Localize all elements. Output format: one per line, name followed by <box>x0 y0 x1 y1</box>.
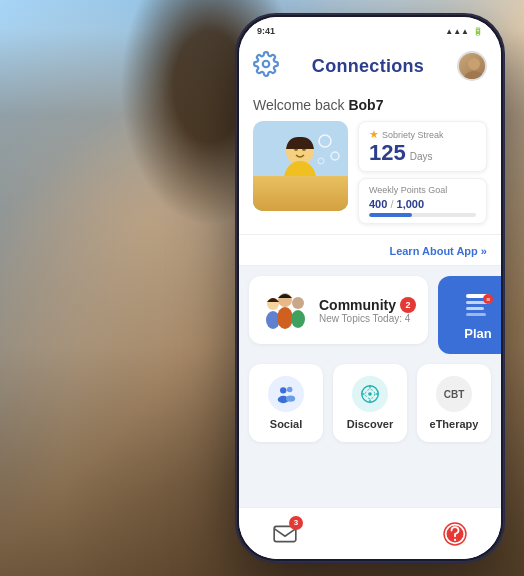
svg-point-0 <box>263 61 270 68</box>
plan-label: Plan <box>464 326 491 341</box>
svg-point-38 <box>454 538 456 540</box>
etherapy-label: eTherapy <box>430 418 479 430</box>
phone-frame: 9:41 ▲▲▲ 🔋 Connections <box>236 14 504 562</box>
svg-rect-21 <box>466 313 486 316</box>
svg-rect-4 <box>253 186 348 211</box>
welcome-text: Welcome back Bob7 <box>253 97 487 113</box>
svg-point-17 <box>291 310 305 328</box>
svg-point-16 <box>292 297 304 309</box>
welcome-row: ★ Sobriety Streak 125 Days Weekly Points… <box>253 121 487 224</box>
etherapy-icon-circle: CBT <box>436 376 472 412</box>
mail-button[interactable]: 3 <box>267 516 303 552</box>
profile-image <box>253 121 348 211</box>
community-info: Community 2 New Topics Today: 4 <box>319 297 416 324</box>
svg-point-1 <box>468 58 480 70</box>
svg-text:≡: ≡ <box>486 296 490 303</box>
svg-point-15 <box>277 307 293 329</box>
discover-label: Discover <box>347 418 393 430</box>
streak-card: ★ Sobriety Streak 125 Days <box>358 121 487 172</box>
welcome-section: Welcome back Bob7 <box>239 89 501 235</box>
progress-bar <box>369 213 476 217</box>
etherapy-button[interactable]: CBT eTherapy <box>417 364 491 442</box>
discover-button[interactable]: Discover <box>333 364 407 442</box>
grid-buttons-row: Social <box>249 364 491 442</box>
learn-link-row: Learn About App <box>239 235 501 266</box>
mail-badge: 3 <box>289 516 303 530</box>
status-time: 9:41 <box>257 26 275 36</box>
social-icon <box>275 383 297 405</box>
svg-point-6 <box>284 161 316 197</box>
help-icon <box>441 520 469 548</box>
cbt-text: CBT <box>444 389 465 400</box>
svg-point-24 <box>280 387 286 393</box>
community-illustration <box>261 286 309 334</box>
social-button[interactable]: Social <box>249 364 323 442</box>
user-avatar[interactable] <box>457 51 487 81</box>
community-badge: 2 <box>400 297 416 313</box>
community-title: Community 2 <box>319 297 416 313</box>
bottom-bar: 3 <box>239 507 501 559</box>
screen-content: Connections Welcome back Bob7 <box>239 45 501 559</box>
app-title: Connections <box>312 56 424 77</box>
help-button[interactable] <box>437 516 473 552</box>
svg-rect-20 <box>466 307 484 310</box>
discover-icon-circle <box>352 376 388 412</box>
plan-icon: ≡ <box>462 290 494 322</box>
status-bar: 9:41 ▲▲▲ 🔋 <box>239 17 501 45</box>
points-label: Weekly Points Goal <box>369 185 476 195</box>
svg-point-27 <box>286 396 295 402</box>
community-card[interactable]: Community 2 New Topics Today: 4 <box>249 276 428 344</box>
plan-card[interactable]: 3 ≡ Plan <box>438 276 501 354</box>
gear-button[interactable] <box>253 51 279 81</box>
phone-mockup: 9:41 ▲▲▲ 🔋 Connections <box>236 14 504 562</box>
username: Bob7 <box>348 97 383 113</box>
social-label: Social <box>270 418 302 430</box>
progress-fill <box>369 213 412 217</box>
svg-point-29 <box>368 392 372 396</box>
streak-unit: Days <box>410 151 433 162</box>
points-card: Weekly Points Goal 400 / 1,000 <box>358 178 487 224</box>
social-icon-circle <box>268 376 304 412</box>
svg-point-25 <box>287 387 293 393</box>
points-value: 400 / 1,000 <box>369 198 476 210</box>
learn-about-app-link[interactable]: Learn About App <box>389 245 487 257</box>
community-plan-row: Community 2 New Topics Today: 4 3 <box>249 276 491 354</box>
svg-point-2 <box>464 71 484 81</box>
current-points: 400 <box>369 198 387 210</box>
total-points: 1,000 <box>397 198 425 210</box>
battery-icon: 🔋 <box>473 27 483 36</box>
stats-column: ★ Sobriety Streak 125 Days Weekly Points… <box>358 121 487 224</box>
app-header: Connections <box>239 45 501 89</box>
community-subtitle: New Topics Today: 4 <box>319 313 416 324</box>
streak-value: 125 <box>369 141 406 165</box>
phone-screen: 9:41 ▲▲▲ 🔋 Connections <box>239 17 501 559</box>
discover-icon <box>359 383 381 405</box>
signal-icon: ▲▲▲ <box>445 27 469 36</box>
